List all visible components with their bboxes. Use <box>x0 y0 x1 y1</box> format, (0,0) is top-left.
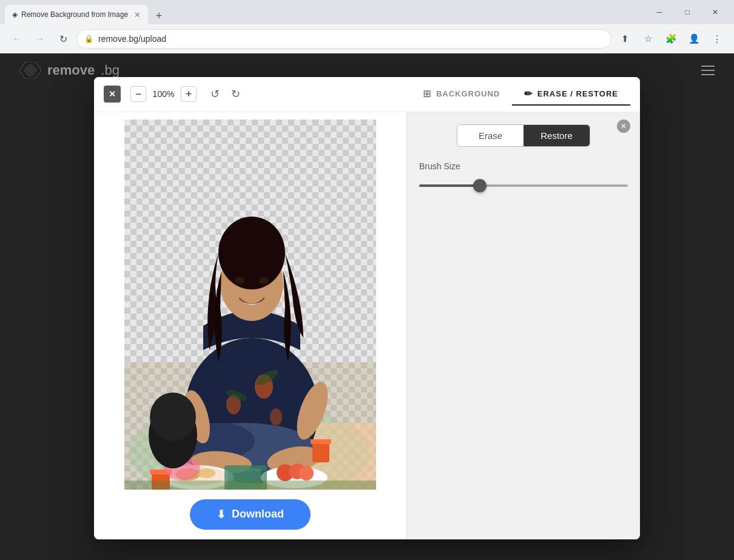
modal-body: ⬇ Download ✕ Erase <box>94 112 640 539</box>
bookmark-icon: ☆ <box>644 33 652 44</box>
new-tab-button[interactable]: + <box>150 7 167 24</box>
tab-erase-restore[interactable]: ✏ ERASE / RESTORE <box>512 83 630 106</box>
minimize-icon: ─ <box>657 8 662 16</box>
brush-slider-container <box>419 178 628 193</box>
share-icon: ⬆ <box>621 33 629 44</box>
svg-rect-17 <box>312 441 329 462</box>
profile-button[interactable]: 👤 <box>684 29 704 49</box>
erase-toggle-button[interactable]: Erase <box>457 125 524 146</box>
modal-tabs: ⊞ BACKGROUND ✏ ERASE / RESTORE <box>411 83 630 106</box>
zoom-controls: − 100% + <box>130 86 197 102</box>
address-bar[interactable]: 🔒 remove.bg/upload <box>76 29 611 49</box>
brush-slider-fill <box>419 184 482 187</box>
profile-icon: 👤 <box>689 33 700 44</box>
svg-rect-18 <box>311 439 331 444</box>
svg-point-8 <box>270 408 282 425</box>
right-panel: ✕ Erase Restore Brush Size <box>406 112 640 539</box>
tab-close-icon[interactable]: ✕ <box>134 10 141 19</box>
download-label: Download <box>232 508 284 521</box>
brush-size-section: Brush Size <box>419 161 628 193</box>
back-button[interactable]: ← <box>7 29 27 49</box>
panel-close-button[interactable]: ✕ <box>617 120 630 133</box>
tab-favicon: ◈ <box>12 10 18 19</box>
window-controls: ─ □ ✕ <box>645 1 729 23</box>
share-button[interactable]: ⬆ <box>615 29 635 49</box>
restore-toggle-button[interactable]: Restore <box>524 125 590 146</box>
svg-point-40 <box>150 393 196 441</box>
minimize-button[interactable]: ─ <box>645 1 673 23</box>
bookmark-button[interactable]: ☆ <box>638 29 658 49</box>
background-tab-icon: ⊞ <box>423 88 431 100</box>
restore-label: Restore <box>540 130 573 141</box>
svg-point-23 <box>235 277 244 284</box>
image-area: ⬇ Download <box>94 112 406 539</box>
brush-slider-thumb[interactable] <box>473 179 487 192</box>
url-text: remove.bg/upload <box>98 34 166 44</box>
canvas-wrapper[interactable] <box>124 120 376 490</box>
download-button[interactable]: ⬇ Download <box>190 499 311 530</box>
close-icon: ✕ <box>712 8 718 16</box>
back-icon: ← <box>12 33 22 44</box>
close-button[interactable]: ✕ <box>701 1 729 23</box>
redo-icon: ↻ <box>231 87 240 101</box>
download-button-area: ⬇ Download <box>104 490 397 539</box>
redo-button[interactable]: ↻ <box>227 86 244 103</box>
undo-button[interactable]: ↺ <box>206 86 223 103</box>
subject-image <box>124 120 376 490</box>
svg-point-32 <box>299 466 314 481</box>
zoom-minus-button[interactable]: − <box>130 86 146 102</box>
zoom-plus-icon: + <box>186 88 192 101</box>
brush-slider-track <box>419 184 628 187</box>
modal-overlay: ✕ − 100% + ↺ ↻ <box>0 53 734 560</box>
menu-dot-icon: ⋮ <box>712 33 722 45</box>
zoom-plus-button[interactable]: + <box>181 86 197 102</box>
forward-icon: → <box>35 33 45 44</box>
reload-button[interactable]: ↻ <box>53 29 73 49</box>
zoom-minus-icon: − <box>135 88 142 101</box>
svg-point-24 <box>259 277 269 284</box>
reload-icon: ↻ <box>59 33 67 45</box>
history-controls: ↺ ↻ <box>206 86 244 103</box>
lock-icon: 🔒 <box>84 35 93 43</box>
active-tab[interactable]: ◈ Remove Background from Image ✕ <box>5 5 148 24</box>
tab-background[interactable]: ⊞ BACKGROUND <box>411 83 512 106</box>
download-icon: ⬇ <box>217 508 226 521</box>
erase-restore-tab-label: ERASE / RESTORE <box>537 89 618 98</box>
maximize-icon: □ <box>685 8 689 16</box>
brush-size-label: Brush Size <box>419 161 628 171</box>
erase-restore-toggle: Erase Restore <box>457 124 590 147</box>
modal-close-button[interactable]: ✕ <box>104 86 121 103</box>
modal: ✕ − 100% + ↺ ↻ <box>94 77 640 539</box>
svg-rect-41 <box>124 481 376 490</box>
page-content: remove.bg ✕ − 100% + <box>0 53 734 560</box>
zoom-value: 100% <box>150 89 177 99</box>
modal-close-icon: ✕ <box>109 89 116 99</box>
svg-point-22 <box>219 226 282 268</box>
undo-icon: ↺ <box>210 87 220 101</box>
extension-icon: 🧩 <box>665 33 677 44</box>
erase-restore-tab-icon: ✏ <box>524 88 533 100</box>
panel-close-icon: ✕ <box>621 122 627 130</box>
title-bar: ◈ Remove Background from Image ✕ + ─ □ ✕ <box>0 0 734 24</box>
tab-title: Remove Background from Image <box>21 10 128 19</box>
modal-header: ✕ − 100% + ↺ ↻ <box>94 77 640 112</box>
maximize-button[interactable]: □ <box>673 1 701 23</box>
forward-button[interactable]: → <box>30 29 50 49</box>
address-bar-row: ← → ↻ 🔒 remove.bg/upload ⬆ ☆ 🧩 👤 ⋮ <box>0 24 734 53</box>
menu-button[interactable]: ⋮ <box>707 29 727 49</box>
browser-chrome: ◈ Remove Background from Image ✕ + ─ □ ✕… <box>0 0 734 53</box>
erase-label: Erase <box>479 130 502 141</box>
extension-button[interactable]: 🧩 <box>661 29 681 49</box>
background-tab-label: BACKGROUND <box>436 89 500 98</box>
